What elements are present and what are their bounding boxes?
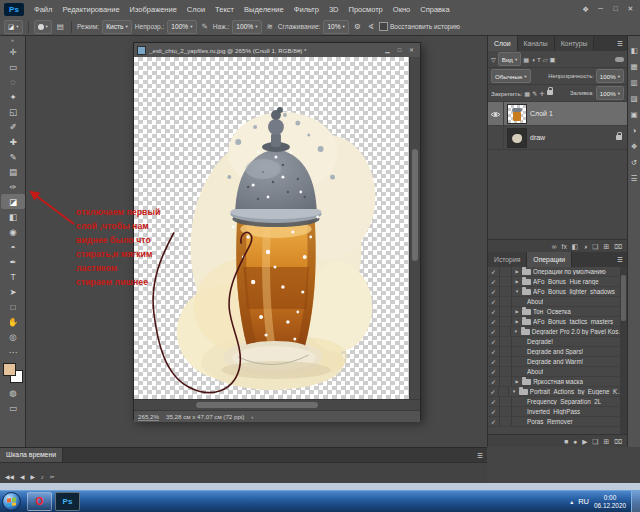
action-dialog-toggle[interactable] [500, 297, 512, 306]
edit-toolbar-tool[interactable]: ⋯ [1, 344, 25, 359]
action-checkbox[interactable]: ✓ [488, 367, 500, 376]
adjustments-panel-icon[interactable]: ◑ [628, 124, 640, 137]
action-row[interactable]: ✓▶AFo_Bonus_Hue range [488, 277, 627, 287]
record-icon[interactable]: ● [573, 438, 577, 445]
expand-arrow-icon[interactable]: ▶ [514, 279, 520, 284]
workspace-icon[interactable]: ❖ [580, 5, 591, 14]
filtering-toggle[interactable] [615, 57, 624, 62]
opacity-dropdown[interactable]: 100% ▾ [167, 20, 196, 34]
action-row[interactable]: ✓Degrade and Spars! [488, 347, 627, 357]
menu-item[interactable]: Слои [182, 5, 210, 14]
status-menu-arrow-icon[interactable]: › [251, 413, 253, 420]
action-checkbox[interactable]: ✓ [488, 337, 500, 346]
filter-type-dropdown[interactable]: Вид ▾ [498, 52, 522, 66]
layer-row[interactable]: Слой 1 [488, 102, 627, 126]
expand-arrow-icon[interactable]: ▼ [513, 329, 519, 334]
action-row[interactable]: ✓▼Degrader Pro 2.0 by Pavel Kosenko [488, 327, 627, 337]
eyedropper-tool[interactable]: ✐ [1, 119, 25, 134]
history-panel-icon[interactable]: ↺ [628, 156, 640, 169]
libraries-panel-icon[interactable]: ▣ [628, 108, 640, 121]
actions-tab-0[interactable]: История [488, 252, 527, 267]
layers-tab-1[interactable]: Каналы [518, 36, 555, 51]
new-action-set-icon[interactable]: ❏ [592, 438, 598, 446]
go-to-first-frame-icon[interactable]: ◀◀ [5, 474, 14, 480]
action-checkbox[interactable]: ✓ [488, 357, 500, 366]
action-dialog-toggle[interactable] [500, 377, 512, 386]
layer-mask-icon[interactable]: ◧ [572, 243, 578, 251]
actions-tab-1[interactable]: Операции [527, 252, 572, 267]
properties-panel-icon[interactable]: ☰ [628, 172, 640, 185]
brush-tool[interactable]: ✎ [1, 149, 25, 164]
delete-layer-icon[interactable]: ⌧ [614, 243, 622, 251]
document-title-bar[interactable]: _esli_chto_2_yapfiles.ru.jpg @ 265% (Сло… [134, 43, 420, 57]
layer-thumbnail[interactable] [508, 129, 526, 147]
expand-arrow-icon[interactable]: ▶ [514, 269, 520, 274]
lasso-tool[interactable]: ◌ [1, 74, 25, 89]
adjustment-layer-icon[interactable]: ◑ [583, 243, 587, 250]
layer-effects-icon[interactable]: fx [562, 243, 567, 250]
action-dialog-toggle[interactable] [500, 317, 512, 326]
color-swatches[interactable] [3, 363, 23, 383]
swatches-panel-icon[interactable]: ▦ [628, 60, 640, 73]
styles-panel-icon[interactable]: ❖ [628, 140, 640, 153]
clone-stamp-tool[interactable]: ▤ [1, 164, 25, 179]
layer-visibility-toggle[interactable] [488, 102, 504, 125]
panel-menu-icon[interactable]: ☰ [473, 448, 487, 462]
close-button[interactable]: ✕ [623, 5, 638, 13]
play-icon[interactable]: ▶ [30, 474, 34, 480]
patterns-panel-icon[interactable]: ▨ [628, 92, 640, 105]
screen-mode-button[interactable]: ▭ [1, 400, 25, 415]
action-dialog-toggle[interactable] [500, 337, 512, 346]
hand-tool[interactable]: ✋ [1, 314, 25, 329]
audio-icon[interactable]: ♪ [41, 474, 44, 480]
layers-tab-2[interactable]: Контуры [555, 36, 595, 51]
action-dialog-toggle[interactable] [500, 267, 512, 276]
action-row[interactable]: ✓About [488, 367, 627, 377]
zoom-level-field[interactable]: 265,2% [138, 413, 159, 421]
start-button[interactable] [2, 492, 21, 511]
action-row[interactable]: ✓Poras_Remover [488, 417, 627, 427]
expand-arrow-icon[interactable]: ▶ [514, 309, 520, 314]
action-checkbox[interactable]: ✓ [488, 277, 500, 286]
action-dialog-toggle[interactable] [500, 357, 512, 366]
layer-opacity-dropdown[interactable]: 100% ▾ [596, 69, 624, 83]
fill-dropdown[interactable]: 100% ▾ [596, 86, 624, 100]
tool-preset-picker[interactable]: ◪ ▾ [4, 20, 23, 34]
rectangle-shape-tool[interactable]: □ [1, 299, 25, 314]
type-tool[interactable]: T [1, 269, 25, 284]
show-desktop-button[interactable] [631, 491, 640, 512]
gradients-panel-icon[interactable]: ▥ [628, 76, 640, 89]
action-row[interactable]: ✓▶Тон_Осветка [488, 307, 627, 317]
expand-arrow-icon[interactable]: ▶ [514, 319, 520, 324]
action-checkbox[interactable]: ✓ [488, 377, 500, 386]
lock-pixels-icon[interactable]: ✎ [532, 90, 537, 97]
maximize-button[interactable]: □ [608, 5, 623, 13]
quick-mask-button[interactable]: ◍ [1, 385, 25, 400]
action-checkbox[interactable]: ✓ [488, 297, 500, 306]
timeline-tab[interactable]: Шкала времени [0, 448, 63, 462]
doc-maximize-button[interactable]: □ [394, 47, 405, 53]
layer-group-icon[interactable]: ❏ [592, 243, 598, 251]
action-row[interactable]: ✓▼Portrait_Actions_by_Eugene_Kartashov [488, 387, 627, 397]
opera-taskbar-button[interactable]: O [27, 492, 52, 511]
lock-transparency-icon[interactable]: ▦ [524, 90, 530, 97]
delete-action-icon[interactable]: ⌧ [614, 438, 622, 446]
color-panel-icon[interactable]: ◧ [628, 44, 640, 57]
action-checkbox[interactable]: ✓ [488, 397, 500, 406]
scrollbar-thumb[interactable] [412, 149, 418, 261]
brush-angle-icon[interactable]: ∢ [366, 22, 376, 31]
quick-selection-tool[interactable]: ✦ [1, 89, 25, 104]
menu-item[interactable]: Выделение [239, 5, 289, 14]
action-row[interactable]: ✓Degrade! [488, 337, 627, 347]
document-canvas[interactable] [134, 57, 409, 399]
expand-arrow-icon[interactable]: ▶ [514, 379, 520, 384]
eraser-tool[interactable]: ◪ [1, 194, 25, 209]
menu-item[interactable]: Редактирование [57, 5, 124, 14]
action-row[interactable]: ✓▶Операции по умолчанию [488, 267, 627, 277]
action-dialog-toggle[interactable] [500, 277, 512, 286]
action-checkbox[interactable]: ✓ [488, 287, 500, 296]
action-row[interactable]: ✓Frequency_Separation_2L [488, 397, 627, 407]
restore-history-checkbox[interactable]: Восстановить историю [379, 22, 460, 31]
photoshop-taskbar-button[interactable]: Ps [55, 492, 80, 511]
layer-thumbnail[interactable] [508, 105, 526, 123]
